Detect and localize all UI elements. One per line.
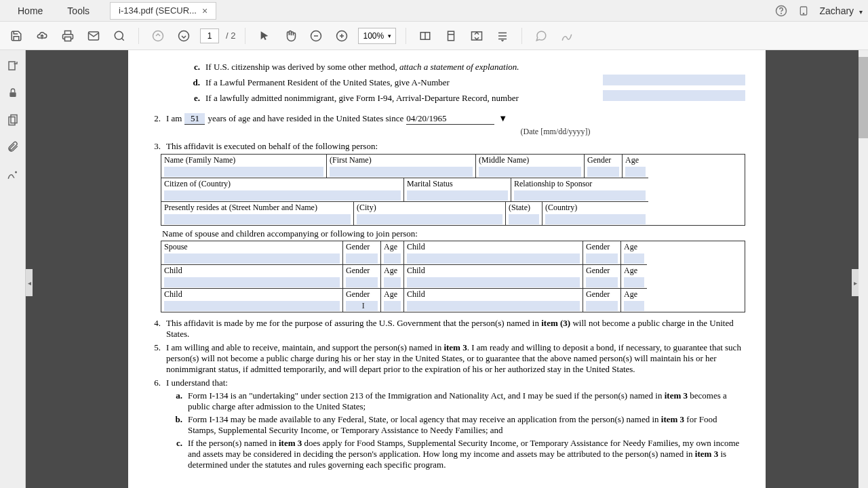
child2-gender-field[interactable] [346, 277, 378, 287]
a-number-field[interactable] [603, 75, 745, 85]
home-tab[interactable]: Home [5, 1, 55, 20]
child5-age-field[interactable] [624, 301, 644, 311]
city-field[interactable] [357, 214, 502, 224]
document-area: c. If U.S. citizenship was derived by so… [26, 50, 868, 488]
svg-point-1 [781, 13, 781, 14]
state-field[interactable] [509, 214, 539, 224]
marital-field[interactable] [407, 190, 508, 201]
sidebar [0, 50, 26, 488]
spouse-gender-field[interactable] [346, 253, 378, 264]
spouse-age-field[interactable] [384, 253, 401, 264]
zoom-in-icon[interactable] [332, 26, 351, 45]
age-table-field[interactable] [625, 167, 646, 177]
relationship-field[interactable] [514, 190, 646, 201]
family-name-field[interactable] [164, 167, 323, 177]
print-icon[interactable] [58, 26, 77, 45]
child3-age-field[interactable] [624, 277, 644, 287]
fit-width-icon[interactable] [416, 26, 435, 45]
chevron-down-icon: ▾ [388, 33, 391, 39]
pdf-page: c. If U.S. citizenship was derived by so… [128, 50, 766, 488]
toolbar: / 2 100% ▾ [0, 22, 868, 50]
child3-gender-field[interactable] [586, 277, 618, 287]
help-icon[interactable] [775, 5, 787, 17]
middle-name-field[interactable] [479, 167, 581, 177]
i94-field[interactable] [603, 90, 745, 101]
document-tab-title: i-134.pdf (SECUR... [119, 5, 197, 16]
prev-page-icon[interactable] [149, 26, 167, 45]
user-menu[interactable]: Zachary ▾ [820, 5, 863, 16]
residence-date-field[interactable]: 04/20/1965 [406, 113, 494, 125]
comment-icon[interactable] [532, 26, 551, 45]
chevron-down-icon: ▾ [859, 8, 863, 16]
child4-name-field[interactable] [164, 301, 340, 311]
svg-rect-24 [9, 92, 16, 97]
child1-name-field[interactable] [407, 253, 580, 264]
zoom-out-icon[interactable] [307, 26, 326, 45]
scroll-mode-icon[interactable] [493, 26, 512, 45]
right-panel-toggle[interactable]: ▸ [852, 269, 859, 296]
svg-point-9 [179, 30, 189, 41]
clipboard-icon[interactable] [5, 113, 20, 127]
date-dropdown-icon[interactable]: ▼ [498, 113, 507, 124]
child5-gender-field[interactable] [586, 301, 618, 311]
child5-name-field[interactable] [407, 301, 580, 311]
child4-gender-field[interactable]: I [346, 301, 378, 311]
title-bar: Home Tools i-134.pdf (SECUR... × Zachary… [0, 0, 868, 22]
svg-rect-23 [9, 62, 15, 70]
sign-icon[interactable] [557, 26, 576, 45]
attachment-icon[interactable] [5, 140, 20, 155]
tools-tab[interactable]: Tools [55, 1, 102, 20]
notifications-icon[interactable] [798, 5, 809, 16]
save-icon[interactable] [7, 26, 26, 45]
svg-line-7 [122, 38, 124, 40]
first-name-field[interactable] [330, 167, 473, 177]
cursor-icon[interactable] [255, 26, 274, 45]
child1-gender-field[interactable] [586, 253, 618, 264]
country-field[interactable] [545, 214, 646, 224]
export-icon[interactable] [5, 58, 20, 73]
child4-age-field[interactable] [384, 301, 401, 311]
close-icon[interactable]: × [202, 5, 208, 16]
page-total: / 2 [226, 30, 235, 41]
read-mode-icon[interactable] [467, 26, 486, 45]
scrollbar-thumb[interactable] [859, 57, 868, 138]
svg-point-8 [153, 30, 163, 41]
search-icon[interactable] [110, 26, 129, 45]
street-field[interactable] [164, 214, 351, 224]
svg-point-3 [803, 13, 804, 14]
cloud-icon[interactable] [33, 26, 52, 45]
fit-page-icon[interactable] [441, 26, 460, 45]
svg-point-6 [115, 31, 123, 39]
page-input[interactable] [200, 28, 219, 43]
age-field[interactable]: 51 [184, 113, 205, 125]
vertical-scrollbar[interactable] [859, 50, 868, 488]
svg-rect-25 [11, 115, 17, 123]
next-page-icon[interactable] [174, 26, 193, 45]
gender-field[interactable] [587, 167, 619, 177]
svg-rect-4 [65, 37, 71, 41]
svg-point-27 [15, 171, 16, 173]
child3-name-field[interactable] [407, 277, 580, 287]
svg-rect-26 [9, 117, 15, 125]
mail-icon[interactable] [84, 26, 103, 45]
child1-age-field[interactable] [624, 253, 644, 264]
child2-name-field[interactable] [164, 277, 340, 287]
svg-rect-17 [448, 31, 454, 41]
child2-age-field[interactable] [384, 277, 401, 287]
citizen-field[interactable] [164, 190, 401, 201]
hand-icon[interactable] [281, 26, 300, 45]
signature-icon[interactable] [5, 167, 20, 182]
document-tab[interactable]: i-134.pdf (SECUR... × [110, 2, 216, 20]
spouse-name-field[interactable] [164, 253, 340, 264]
lock-icon[interactable] [5, 85, 20, 100]
zoom-select[interactable]: 100% ▾ [358, 28, 396, 44]
